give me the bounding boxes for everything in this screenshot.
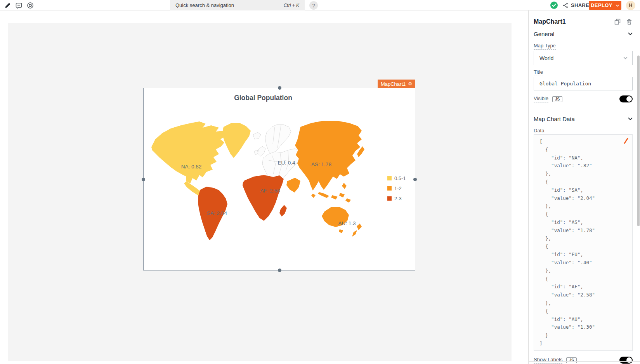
- code-line: },: [539, 202, 627, 210]
- share-button[interactable]: SHARE: [563, 1, 589, 9]
- code-line: "value": "2.04": [539, 194, 627, 203]
- code-line: "value": ".40": [539, 259, 627, 267]
- legend-swatch-dark-orange: [387, 196, 392, 201]
- title-input[interactable]: Global Population: [534, 77, 633, 90]
- search-placeholder: Quick search & navigation: [175, 2, 284, 8]
- legend-item: 2-3: [387, 193, 406, 203]
- chart-legend: 0.5-1 1-2 2-3: [387, 173, 406, 203]
- data-code-editor[interactable]: [ { "id": "NA", "value": ".82" }, { "id"…: [534, 134, 633, 351]
- show-labels-label: Show Labels: [534, 357, 562, 364]
- world-map: [144, 88, 416, 271]
- chevron-down-icon: [628, 117, 633, 120]
- code-line: {: [539, 210, 627, 218]
- widget-name-label: MapChart1: [381, 81, 406, 87]
- share-icon: [563, 3, 568, 8]
- quick-search-input[interactable]: Quick search & navigation Ctrl + K: [170, 0, 305, 10]
- region-label-eu: EU: 0.4: [278, 160, 295, 166]
- mapchart-widget[interactable]: MapChart1 ⚙ Global Population: [143, 88, 415, 270]
- share-label: SHARE: [571, 2, 589, 8]
- code-line: [: [539, 138, 627, 146]
- show-labels-toggle[interactable]: [619, 357, 633, 364]
- visible-row: Visible JS: [534, 95, 633, 103]
- code-line: "id": "AF",: [539, 283, 627, 291]
- code-line: "id": "SA",: [539, 186, 627, 194]
- widget-title: MapChart1: [534, 18, 609, 25]
- copy-widget-icon[interactable]: [614, 19, 621, 25]
- show-labels-js-toggle[interactable]: JS: [566, 357, 576, 363]
- code-line: "id": "AU",: [539, 315, 627, 324]
- code-line: "value": "1.78": [539, 227, 627, 235]
- user-avatar[interactable]: H: [626, 1, 635, 10]
- code-line: },: [539, 299, 627, 307]
- code-line: "id": "AS",: [539, 218, 627, 227]
- preview-mode-icon[interactable]: [26, 2, 34, 9]
- map-type-select[interactable]: World: [534, 51, 633, 65]
- help-button[interactable]: ?: [309, 1, 318, 10]
- code-line: },: [539, 235, 627, 243]
- legend-item: 1-2: [387, 183, 406, 193]
- legend-swatch-yellow: [387, 176, 392, 180]
- code-line: },: [539, 170, 627, 178]
- widget-settings-gear-icon[interactable]: ⚙: [408, 81, 412, 86]
- toggle-knob: [626, 96, 632, 102]
- widget-name-badge[interactable]: MapChart1 ⚙: [378, 80, 415, 88]
- code-line: {: [539, 307, 627, 315]
- code-line: }: [539, 331, 627, 340]
- panel-scrollbar[interactable]: [637, 55, 640, 226]
- deploy-button[interactable]: DEPLOY: [589, 1, 621, 10]
- region-label-sa: SA: 2.04: [207, 210, 227, 216]
- code-line: "value": "1.30": [539, 323, 627, 331]
- code-line: {: [539, 178, 627, 186]
- code-line: "id": "EU",: [539, 251, 627, 259]
- saved-check-icon: [550, 2, 558, 9]
- map-type-value: World: [539, 55, 623, 61]
- js-slash-icon[interactable]: [624, 138, 628, 144]
- show-labels-row: Show Labels JS: [534, 356, 633, 364]
- region-label-au: AU: 1.3: [338, 220, 356, 226]
- code-line: "value": "2.58": [539, 291, 627, 299]
- chevron-down-icon: [623, 57, 628, 59]
- property-panel: MapChart1 General Map Type World Title G…: [528, 10, 640, 364]
- edit-mode-pencil-icon[interactable]: [4, 2, 12, 9]
- visible-label: Visible: [534, 95, 548, 102]
- title-field-label: Title: [534, 69, 633, 75]
- code-line: "value": ".82": [539, 162, 627, 170]
- code-line: {: [539, 146, 627, 154]
- code-line: ]: [539, 340, 627, 348]
- legend-item: 0.5-1: [387, 173, 406, 183]
- search-shortcut: Ctrl + K: [284, 3, 299, 8]
- visible-toggle[interactable]: [619, 95, 633, 102]
- visible-js-toggle[interactable]: JS: [552, 96, 562, 102]
- code-line: },: [539, 267, 627, 275]
- top-bar: Quick search & navigation Ctrl + K ? SHA…: [0, 0, 640, 10]
- comment-mode-icon[interactable]: [15, 2, 23, 9]
- code-line: {: [539, 275, 627, 283]
- region-label-af: AF: 2.58: [260, 188, 280, 194]
- app-window: Quick search & navigation Ctrl + K ? SHA…: [0, 0, 640, 364]
- deploy-label: DEPLOY: [591, 2, 612, 8]
- code-line: {: [539, 243, 627, 251]
- delete-widget-icon[interactable]: [626, 19, 633, 25]
- section-general[interactable]: General: [534, 30, 633, 38]
- region-label-na: NA: 0.82: [181, 164, 202, 170]
- panel-header: MapChart1: [534, 17, 633, 26]
- legend-swatch-orange: [387, 186, 392, 191]
- data-field-label: Data: [534, 128, 633, 134]
- map-type-label: Map Type: [534, 43, 633, 49]
- chevron-down-icon: [628, 32, 633, 35]
- toggle-knob: [626, 357, 632, 363]
- panel-bottom-divider: [528, 361, 640, 362]
- chevron-down-icon: [616, 4, 619, 7]
- region-label-as: AS: 1.78: [311, 161, 331, 167]
- section-map-chart-data[interactable]: Map Chart Data: [534, 115, 633, 123]
- code-line: "id": "NA",: [539, 154, 627, 162]
